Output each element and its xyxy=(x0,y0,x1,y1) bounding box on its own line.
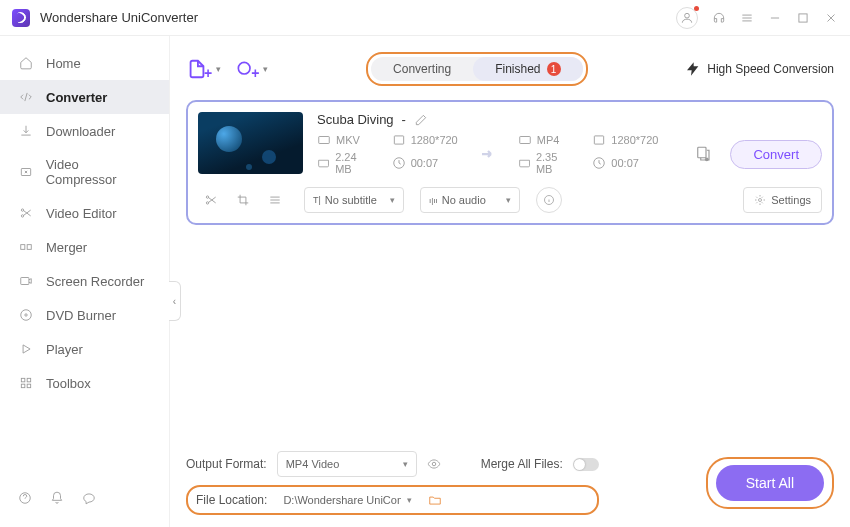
svg-rect-19 xyxy=(519,137,530,144)
sidebar-item-recorder[interactable]: Screen Recorder xyxy=(0,264,169,298)
subtitle-value: No subtitle xyxy=(325,194,377,206)
app-title: Wondershare UniConverter xyxy=(40,10,676,25)
feedback-icon[interactable] xyxy=(82,491,96,505)
disc-icon xyxy=(18,307,34,323)
audio-select[interactable]: ı|ııNo audio▾ xyxy=(420,187,520,213)
subtitle-select[interactable]: T|No subtitle▾ xyxy=(304,187,404,213)
bell-icon[interactable] xyxy=(50,491,64,505)
svg-point-15 xyxy=(239,62,251,74)
trim-icon[interactable] xyxy=(204,193,218,207)
file-location-select[interactable]: D:\Wondershare UniConverter▾ xyxy=(275,490,420,510)
info-button[interactable] xyxy=(536,187,562,213)
svg-point-28 xyxy=(432,462,436,466)
sidebar-item-editor[interactable]: Video Editor xyxy=(0,196,169,230)
svg-point-8 xyxy=(21,310,32,321)
output-format-label: Output Format: xyxy=(186,457,267,471)
arrow-right-icon xyxy=(476,145,500,163)
sidebar-item-dvd[interactable]: DVD Burner xyxy=(0,298,169,332)
audio-value: No audio xyxy=(442,194,486,206)
edit-title-icon[interactable] xyxy=(414,113,428,127)
svg-point-3 xyxy=(21,209,23,211)
compress-icon xyxy=(18,164,34,180)
svg-rect-6 xyxy=(27,245,31,250)
account-icon[interactable] xyxy=(676,7,698,29)
high-speed-label: High Speed Conversion xyxy=(707,62,834,76)
svg-rect-17 xyxy=(394,136,403,144)
sidebar-item-merger[interactable]: Merger xyxy=(0,230,169,264)
video-thumbnail[interactable] xyxy=(198,112,303,174)
title-sep: - xyxy=(402,112,406,127)
main-panel: ‹ + ▾ + ▾ Converting Finished1 xyxy=(170,36,850,527)
svg-point-23 xyxy=(705,157,709,161)
svg-point-27 xyxy=(759,199,762,202)
svg-rect-10 xyxy=(21,378,25,382)
footer-bar: Output Format: MP4 Video▾ Merge All File… xyxy=(186,443,834,515)
tab-finished[interactable]: Finished1 xyxy=(473,57,582,81)
maximize-button[interactable] xyxy=(796,11,810,25)
start-all-highlight: Start All xyxy=(706,457,834,509)
svg-rect-16 xyxy=(319,137,330,144)
merge-icon xyxy=(18,239,34,255)
sidebar-item-converter[interactable]: Converter xyxy=(0,80,169,114)
sidebar-item-label: Converter xyxy=(46,90,107,105)
tab-label: Converting xyxy=(393,62,451,76)
help-icon[interactable] xyxy=(18,491,32,505)
output-format-value: MP4 Video xyxy=(286,458,340,470)
out-resolution: 1280*720 xyxy=(611,134,658,146)
download-icon xyxy=(18,123,34,139)
tab-converting[interactable]: Converting xyxy=(371,57,473,81)
sidebar-item-player[interactable]: Player xyxy=(0,332,169,366)
out-duration: 00:07 xyxy=(611,157,639,169)
sidebar-item-label: Merger xyxy=(46,240,87,255)
converter-icon xyxy=(18,89,34,105)
merge-toggle[interactable] xyxy=(573,458,599,471)
effects-icon[interactable] xyxy=(268,193,282,207)
sidebar-item-label: Home xyxy=(46,56,81,71)
add-url-button[interactable]: + ▾ xyxy=(235,57,268,81)
close-button[interactable] xyxy=(824,11,838,25)
preview-icon[interactable] xyxy=(427,457,441,471)
folder-icon[interactable] xyxy=(428,493,442,507)
svg-rect-11 xyxy=(27,378,31,382)
menu-icon[interactable] xyxy=(740,11,754,25)
chevron-down-icon: ▾ xyxy=(263,64,268,74)
sidebar-item-toolbox[interactable]: Toolbox xyxy=(0,366,169,400)
output-format-select[interactable]: MP4 Video▾ xyxy=(277,451,417,477)
svg-point-0 xyxy=(685,13,690,18)
in-size: 2.24 MB xyxy=(335,151,373,175)
status-tabs: Converting Finished1 xyxy=(366,52,587,86)
convert-button[interactable]: Convert xyxy=(730,140,822,169)
sidebar-item-downloader[interactable]: Downloader xyxy=(0,114,169,148)
sidebar-item-label: Downloader xyxy=(46,124,115,139)
svg-rect-7 xyxy=(21,278,29,285)
file-title: Scuba Diving xyxy=(317,112,394,127)
sidebar-item-label: Toolbox xyxy=(46,376,91,391)
minimize-button[interactable] xyxy=(768,11,782,25)
file-location-label: File Location: xyxy=(196,493,267,507)
crop-icon[interactable] xyxy=(236,193,250,207)
sidebar-item-compressor[interactable]: Video Compressor xyxy=(0,148,169,196)
finished-count-badge: 1 xyxy=(547,62,561,76)
svg-rect-20 xyxy=(595,136,604,144)
sidebar: Home Converter Downloader Video Compress… xyxy=(0,36,170,527)
settings-button[interactable]: Settings xyxy=(743,187,822,213)
in-duration: 00:07 xyxy=(411,157,439,169)
high-speed-toggle[interactable]: High Speed Conversion xyxy=(685,61,834,77)
headset-icon[interactable] xyxy=(712,11,726,25)
collapse-sidebar-handle[interactable]: ‹ xyxy=(169,281,181,321)
sidebar-item-home[interactable]: Home xyxy=(0,46,169,80)
file-card: Scuba Diving - MKV 1280*720 2.24 MB 00:0… xyxy=(186,100,834,225)
scissors-icon xyxy=(18,205,34,221)
in-resolution: 1280*720 xyxy=(411,134,458,146)
settings-label: Settings xyxy=(771,194,811,206)
out-format: MP4 xyxy=(537,134,560,146)
svg-rect-5 xyxy=(21,245,25,250)
svg-point-24 xyxy=(206,196,208,198)
sidebar-item-label: Video Editor xyxy=(46,206,117,221)
sidebar-item-label: Video Compressor xyxy=(46,157,151,187)
copy-settings-icon[interactable] xyxy=(694,145,712,163)
output-specs: MP4 1280*720 2.35 MB 00:07 xyxy=(518,133,659,175)
add-file-button[interactable]: + ▾ xyxy=(186,57,221,81)
start-all-button[interactable]: Start All xyxy=(716,465,824,501)
svg-rect-1 xyxy=(799,13,807,21)
